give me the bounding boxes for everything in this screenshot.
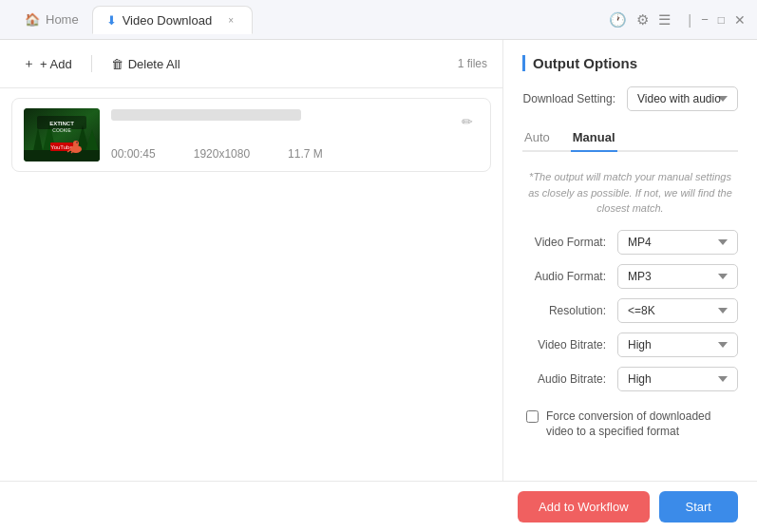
start-button[interactable]: Start <box>659 491 738 522</box>
thumbnail-svg: EXTINCT COOKIE YouTube <box>24 108 100 162</box>
titlebar: 🏠 Home ⬇ Video Download × 🕐 ⚙ ☰ | − □ ✕ <box>0 0 757 40</box>
footer: Add to Workflow Start <box>0 481 757 532</box>
history-icon[interactable]: 🕐 <box>609 11 627 28</box>
svg-rect-5 <box>24 150 100 162</box>
video-format-select[interactable]: MP4 <box>617 230 738 255</box>
resolution-label: Resolution: <box>522 304 617 317</box>
video-format-label: Video Format: <box>522 236 617 249</box>
section-title: Output Options <box>522 55 738 71</box>
right-panel: Output Options Download Setting: Video w… <box>503 40 757 481</box>
add-icon: ＋ <box>23 55 35 72</box>
audio-bitrate-label: Audio Bitrate: <box>522 372 617 386</box>
tab-auto[interactable]: Auto <box>522 124 552 152</box>
add-label: + Add <box>40 57 72 71</box>
force-conversion-row: Force conversion of downloaded video to … <box>522 408 738 441</box>
note-text: *The output will match your manual setti… <box>522 169 738 217</box>
force-conversion-label: Force conversion of downloaded video to … <box>546 408 734 441</box>
svg-text:COOKIE: COOKIE <box>52 127 71 133</box>
video-bitrate-select[interactable]: High <box>617 332 738 357</box>
close-icon[interactable]: ✕ <box>734 12 746 28</box>
trash-icon: 🗑 <box>111 57 123 71</box>
download-setting-label: Download Setting: <box>522 92 627 105</box>
file-info: 00:00:45 1920x1080 11.7 M <box>111 109 479 161</box>
svg-text:EXTINCT: EXTINCT <box>49 121 74 126</box>
file-title <box>111 109 301 121</box>
file-count: 1 files <box>458 57 487 70</box>
home-icon: 🏠 <box>25 12 40 27</box>
maximize-icon[interactable]: □ <box>718 13 725 27</box>
download-setting-row: Download Setting: Video with audio <box>522 86 738 111</box>
main-content: ＋ + Add 🗑 Delete All 1 files <box>0 40 757 481</box>
home-tab-label: Home <box>46 12 79 27</box>
file-item: EXTINCT COOKIE YouTube <box>11 98 491 172</box>
svg-point-13 <box>73 141 79 146</box>
settings-icon[interactable]: ⚙ <box>636 11 649 28</box>
menu-icon[interactable]: ☰ <box>658 11 671 28</box>
titlebar-controls: 🕐 ⚙ ☰ | − □ ✕ <box>609 11 746 28</box>
left-panel: ＋ + Add 🗑 Delete All 1 files <box>0 40 503 481</box>
audio-format-select[interactable]: MP3 <box>617 264 738 289</box>
tabs-row: Auto Manual <box>522 124 738 152</box>
tab-close-button[interactable]: × <box>223 12 238 28</box>
video-bitrate-row: Video Bitrate: High <box>522 332 738 357</box>
left-toolbar: ＋ + Add 🗑 Delete All 1 files <box>0 40 502 88</box>
download-setting-select[interactable]: Video with audio <box>627 86 738 111</box>
resolution-row: Resolution: <=8K <box>522 298 738 323</box>
force-conversion-checkbox[interactable] <box>526 410 539 423</box>
file-resolution: 1920x1080 <box>194 147 250 161</box>
delete-label: Delete All <box>128 57 180 71</box>
minimize-icon[interactable]: − <box>701 12 709 27</box>
active-tab-label: Video Download <box>123 13 212 28</box>
tab-video-download[interactable]: ⬇ Video Download × <box>92 6 253 34</box>
add-button[interactable]: ＋ + Add <box>15 51 80 76</box>
tab-home[interactable]: 🏠 Home <box>11 7 92 32</box>
download-icon: ⬇ <box>106 13 117 28</box>
audio-bitrate-row: Audio Bitrate: High <box>522 367 738 391</box>
audio-format-label: Audio Format: <box>522 270 617 283</box>
file-size: 11.7 M <box>288 147 323 161</box>
add-to-workflow-button[interactable]: Add to Workflow <box>518 491 649 522</box>
file-edit-button[interactable]: ✏ <box>454 108 481 135</box>
file-thumbnail: EXTINCT COOKIE YouTube <box>24 108 100 162</box>
file-list: EXTINCT COOKIE YouTube <box>0 88 502 481</box>
file-duration: 00:00:45 <box>111 147 156 161</box>
toolbar-divider <box>91 55 92 72</box>
svg-point-14 <box>76 142 78 143</box>
audio-bitrate-select[interactable]: High <box>617 367 738 391</box>
audio-format-row: Audio Format: MP3 <box>522 264 738 289</box>
delete-all-button[interactable]: 🗑 Delete All <box>104 53 188 75</box>
video-format-row: Video Format: MP4 <box>522 230 738 255</box>
resolution-select[interactable]: <=8K <box>617 298 738 323</box>
file-meta: 00:00:45 1920x1080 11.7 M <box>111 147 479 161</box>
tab-manual[interactable]: Manual <box>571 124 617 152</box>
video-bitrate-label: Video Bitrate: <box>522 338 617 352</box>
